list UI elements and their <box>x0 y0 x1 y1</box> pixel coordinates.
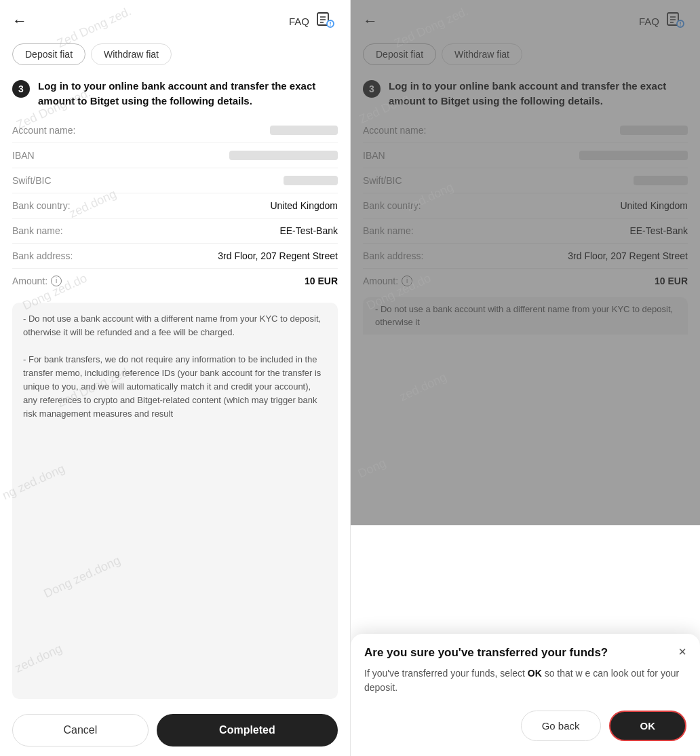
left-header: ← FAQ <box>0 0 350 39</box>
right-panel: Zed Dong zed. Zed Dong zed.dong Dong zed… <box>350 0 700 756</box>
left-detail-iban: IBAN <box>12 143 338 168</box>
left-label-bankaddr: Bank address: <box>12 250 73 261</box>
left-label-iban: IBAN <box>12 150 35 161</box>
left-notice-box: - Do not use a bank account with a diffe… <box>12 303 338 700</box>
modal-buttons: Go back OK <box>364 711 686 741</box>
left-value-bankaddr: 3rd Floor, 207 Regent Street <box>218 250 338 261</box>
left-label-amount: Amount: <box>12 276 47 286</box>
left-step-text: Log in to your online bank account and t… <box>38 79 338 109</box>
left-value-country: United Kingdom <box>270 200 338 211</box>
left-value-iban <box>229 151 338 160</box>
left-value-swift <box>284 176 338 185</box>
right-modal: × Are you sure you've transferred your f… <box>351 634 700 756</box>
left-label-bankname: Bank name: <box>12 225 63 236</box>
modal-ok-button[interactable]: OK <box>609 711 687 741</box>
modal-body-prefix: If you've transferred your funds, select <box>364 668 528 679</box>
left-completed-button[interactable]: Completed <box>157 714 338 746</box>
left-detail-country: Bank country: United Kingdom <box>12 193 338 219</box>
left-label-account: Account name: <box>12 125 75 136</box>
modal-goback-button[interactable]: Go back <box>521 711 601 741</box>
left-header-right: FAQ <box>289 10 338 32</box>
left-faq-label[interactable]: FAQ <box>289 16 309 27</box>
left-value-account <box>270 126 338 135</box>
left-bottom-buttons: Cancel Completed <box>0 704 350 756</box>
left-amount-label-group: Amount: i <box>12 276 62 286</box>
left-details: Account name: IBAN Swift/BIC Bank countr… <box>0 114 350 297</box>
left-header-icon[interactable] <box>316 10 338 32</box>
left-detail-bankname: Bank name: EE-Test-Bank <box>12 219 338 244</box>
left-label-country: Bank country: <box>12 200 71 211</box>
left-detail-amount: Amount: i 10 EUR <box>12 269 338 293</box>
modal-close-button[interactable]: × <box>678 645 686 658</box>
left-panel: Zed Dong zed. Zed Dong zed. zed.dong Don… <box>0 0 350 756</box>
left-detail-account: Account name: <box>12 118 338 143</box>
left-tab-withdraw[interactable]: Withdraw fiat <box>91 43 172 65</box>
left-amount-info-icon[interactable]: i <box>51 276 62 286</box>
modal-title: Are you sure you've transferred your fun… <box>364 646 686 660</box>
left-step-badge: 3 <box>12 80 30 98</box>
left-value-amount: 10 EUR <box>305 276 338 286</box>
left-cancel-button[interactable]: Cancel <box>12 714 149 746</box>
left-tabs: Deposit fiat Withdraw fiat <box>0 39 350 72</box>
left-tab-deposit[interactable]: Deposit fiat <box>12 43 85 65</box>
left-detail-bankaddr: Bank address: 3rd Floor, 207 Regent Stre… <box>12 244 338 269</box>
left-value-bankname: EE-Test-Bank <box>279 225 338 236</box>
svg-point-6 <box>330 24 331 26</box>
left-back-button[interactable]: ← <box>12 10 33 33</box>
modal-body-bold: OK <box>528 668 542 679</box>
left-label-swift: Swift/BIC <box>12 175 52 186</box>
left-step-section: 3 Log in to your online bank account and… <box>0 72 350 114</box>
left-notice-text: - Do not use a bank account with a diffe… <box>23 314 321 419</box>
right-overlay <box>351 0 700 525</box>
left-detail-swift: Swift/BIC <box>12 168 338 193</box>
modal-body: If you've transferred your funds, select… <box>364 666 686 696</box>
